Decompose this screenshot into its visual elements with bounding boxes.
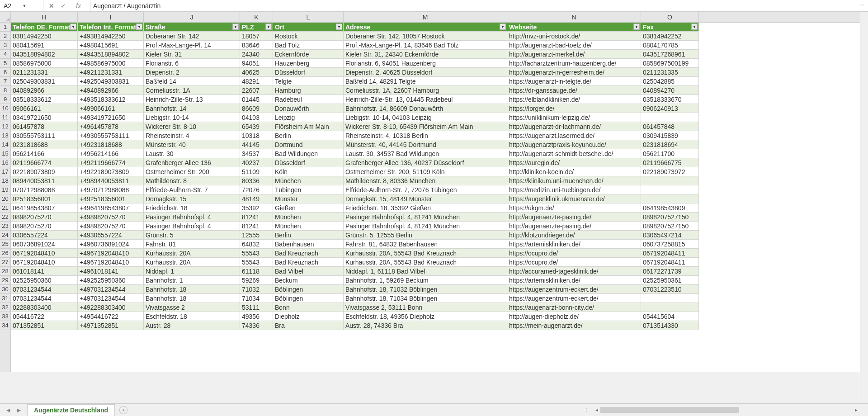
table-cell[interactable]: Eschfeldstr. 18 (144, 312, 240, 321)
column-header[interactable]: N (507, 12, 641, 22)
table-cell[interactable]: 0858697500199 (641, 59, 699, 68)
table-cell[interactable]: Diepenstr. 2, 40625 Düsseldorf (344, 68, 507, 77)
table-row[interactable]: 09066161+499066161Bahnhofstr. 1486609Don… (11, 104, 860, 113)
table-cell[interactable]: Bahnhofstr. 14, 86609 Donauwörth (344, 104, 507, 113)
table-row[interactable]: 089440053811+4989440053811Mathildenstr. … (11, 176, 860, 185)
row-header[interactable]: 21 (0, 203, 10, 213)
table-cell[interactable]: Dortmund (273, 140, 344, 149)
table-cell[interactable]: +492518356001 (78, 194, 144, 203)
table-cell[interactable]: Eschfeldstr. 18, 49356 Diepholz (344, 312, 507, 321)
row-header[interactable]: 18 (0, 176, 10, 185)
table-cell[interactable]: http://augen-diepholz.de/ (507, 312, 641, 321)
table-row[interactable]: 067192048410+4967192048410Kurhausstr. 20… (11, 258, 860, 267)
table-cell[interactable]: 03518333670 (641, 95, 699, 104)
row-header[interactable]: 14 (0, 140, 10, 149)
table-cell[interactable]: Bra (273, 321, 344, 330)
table-cell[interactable]: Böblingen (273, 285, 344, 294)
table-cell[interactable]: 089440053811 (11, 176, 78, 185)
table-cell[interactable]: Gießen (273, 203, 344, 213)
table-cell[interactable]: 071352851 (11, 321, 78, 330)
table-cell[interactable]: 65439 (240, 122, 273, 131)
table-cell[interactable]: 94051 (240, 59, 273, 68)
table-cell[interactable]: München (273, 176, 344, 185)
table-cell[interactable]: 83646 (240, 41, 273, 50)
table-cell[interactable]: Pasinger Bahnhofspl. 4, 81241 München (344, 213, 507, 222)
table-cell[interactable] (641, 113, 699, 122)
table-cell[interactable]: Düsseldorf (273, 68, 344, 77)
spreadsheet-grid[interactable]: Telefon DE. Format▾Telefon Int. Format▾S… (11, 23, 860, 372)
table-cell[interactable]: 0211231331 (11, 68, 78, 77)
add-sheet-button[interactable]: ＋ (119, 406, 127, 414)
table-cell[interactable]: 061457878 (11, 122, 78, 131)
table-cell[interactable]: Hauzenberg (273, 59, 344, 68)
table-cell[interactable]: Münsterstr. 40 (144, 140, 240, 149)
table-row[interactable]: 080415691+4980415691Prof.-Max-Lange-Pl. … (11, 41, 860, 50)
table-header-cell[interactable]: PLZ▾ (240, 23, 273, 32)
table-cell[interactable] (641, 294, 699, 303)
table-cell[interactable]: +4989440053811 (78, 176, 144, 185)
table-cell[interactable]: Pasinger Bahnhofspl. 4 (144, 222, 240, 231)
table-cell[interactable]: 07031234544 (11, 285, 78, 294)
table-cell[interactable]: +4970712988088 (78, 185, 144, 194)
table-row[interactable]: 043518894802+4943518894802Kieler Str. 31… (11, 50, 860, 59)
table-cell[interactable]: 61118 (240, 267, 273, 276)
table-cell[interactable]: 81241 (240, 213, 273, 222)
table-cell[interactable]: Doberaner Str. 142 (144, 32, 240, 41)
table-row[interactable]: 03814942250+493814942250Doberaner Str. 1… (11, 32, 860, 41)
table-cell[interactable]: 022189073972 (641, 167, 699, 176)
table-row[interactable]: 07031234544+497031234544Bahnhofstr. 1871… (11, 285, 860, 294)
table-cell[interactable]: 025049303831 (11, 77, 78, 86)
table-cell[interactable]: Wickerer Str. 8-10, 65439 Flörsheim Am M… (344, 122, 507, 131)
table-cell[interactable]: 34537 (240, 149, 273, 158)
table-cell[interactable]: Bahnhofstr. 1, 59269 Beckum (344, 276, 507, 285)
table-cell[interactable]: +4925049303831 (78, 77, 144, 86)
table-cell[interactable]: Laustr. 30, 34537 Bad Wildungen (344, 149, 507, 158)
row-header[interactable]: 22 (0, 213, 10, 222)
table-cell[interactable]: 02518356001 (11, 194, 78, 203)
table-cell[interactable]: Beckum (273, 276, 344, 285)
row-header[interactable]: 11 (0, 113, 10, 122)
table-cell[interactable]: 061457848 (641, 122, 699, 131)
table-cell[interactable]: 025042885 (641, 77, 699, 86)
table-cell[interactable]: Baßfeld 14, 48291 Telgte (344, 77, 507, 86)
row-header[interactable]: 7 (0, 77, 10, 86)
table-cell[interactable]: 49356 (240, 312, 273, 321)
table-row[interactable]: 067192048410+4967192048410Kurhausstr. 20… (11, 249, 860, 258)
table-row[interactable]: 08982075270+498982075270Pasinger Bahnhof… (11, 213, 860, 222)
table-cell[interactable]: Friedrichstr. 18, 35392 Gießen (344, 203, 507, 213)
chevron-left-icon[interactable]: ◄ (5, 407, 11, 414)
chevron-down-icon[interactable]: ﹀ (857, 3, 868, 9)
table-cell[interactable]: Rheinsteinstr. 4 (144, 131, 240, 140)
table-cell[interactable]: Kurhausstr. 20A (144, 258, 240, 267)
table-cell[interactable]: Domagkstr. 15, 48149 Münster (344, 194, 507, 203)
table-cell[interactable]: +49231818688 (78, 140, 144, 149)
column-header[interactable]: O (641, 12, 699, 22)
table-cell[interactable]: 35392 (240, 203, 273, 213)
table-cell[interactable]: 12555 (240, 231, 273, 240)
table-cell[interactable]: Bad Wildungen (273, 149, 344, 158)
row-header[interactable]: 9 (0, 95, 10, 104)
table-cell[interactable]: 080415691 (11, 41, 78, 50)
table-cell[interactable]: Düsseldorf (273, 158, 344, 167)
table-cell[interactable]: 060737258815 (641, 240, 699, 249)
table-cell[interactable]: Bad Kreuznach (273, 258, 344, 267)
row-header[interactable]: 20 (0, 194, 10, 203)
table-cell[interactable]: Kieler Str. 31 (144, 50, 240, 59)
table-cell[interactable]: Heinrich-Zille-Str. 13, 01445 Radebeul (344, 95, 507, 104)
table-cell[interactable]: +499066161 (78, 104, 144, 113)
table-cell[interactable]: Diepholz (273, 312, 344, 321)
table-cell[interactable]: 043517268961 (641, 50, 699, 59)
table-cell[interactable]: Bahnhofstr. 1 (144, 276, 240, 285)
row-header[interactable]: 6 (0, 68, 10, 77)
table-cell[interactable] (641, 185, 699, 194)
table-cell[interactable]: https://augenarzt-in-telgte.de/ (507, 77, 641, 86)
chevron-down-icon[interactable]: ▼ (23, 4, 42, 8)
table-cell[interactable]: Bahnhofstr. 18 (144, 285, 240, 294)
table-cell[interactable]: München (273, 213, 344, 222)
table-row[interactable]: 02518356001+492518356001Domagkstr. 15481… (11, 194, 860, 203)
table-row[interactable]: 064198543807+4964198543807Friedrichstr. … (11, 203, 860, 213)
filter-icon[interactable]: ▾ (691, 24, 698, 30)
row-header[interactable]: 17 (0, 167, 10, 176)
table-cell[interactable]: Niddapl. 1, 61118 Bad Vilbel (344, 267, 507, 276)
table-cell[interactable]: Grünstr. 5, 12555 Berlin (344, 231, 507, 240)
